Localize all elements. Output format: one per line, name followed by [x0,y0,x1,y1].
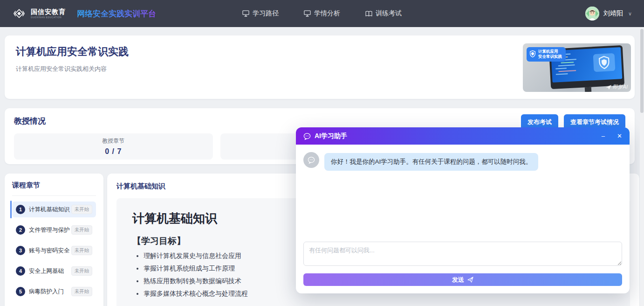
status-badge: 未开始 [71,225,93,235]
watermark-logo-icon [606,85,611,90]
nav-label: 学情分析 [314,9,340,18]
stat-taught-chapters: 教授章节 0 / 7 [14,133,213,160]
nav-label: 学习路径 [253,9,279,18]
chapter-name: 安全上网基础 [29,267,64,275]
chapter-number: 2 [16,225,25,235]
brand-subtitle: GUOXINAN EDUCATION [31,16,66,19]
ai-dialog-header[interactable]: AI学习助手 – ✕ [296,127,630,145]
chevron-down-icon: ∨ [628,11,632,17]
course-thumbnail: 计算机应用 安全常识实践 即梦AI [523,43,631,92]
chapter-name: 计算机基础知识 [29,206,70,214]
chapter-item-5[interactable]: 5 病毒防护入门 未开始 [12,284,96,299]
status-badge: 未开始 [71,266,93,276]
nav-training-exam[interactable]: 训练考试 [365,9,402,18]
status-badge: 未开始 [71,205,93,214]
status-badge: 未开始 [71,287,93,296]
course-banner-card: 计算机应用安全常识实践 计算机应用安全常识实践相关内容 [5,35,635,99]
scrollbar-thumb[interactable] [640,29,644,113]
user-menu[interactable]: 刘靖阳 ∨ [585,7,632,21]
chapter-name: 账号与密码安全 [29,247,70,255]
stat-label: 教授章节 [102,137,124,145]
nav-learning-analysis[interactable]: 学情分析 [304,9,340,18]
main-nav: 学习路径 学情分析 训练考试 [242,0,402,27]
avatar [585,7,599,21]
chat-message-area: 你好！我是你的AI学习助手。有任何关于课程的问题，都可以随时问我。 [296,145,630,242]
watermark: 即梦AI [606,83,628,90]
platform-title: 网络安全实践实训平台 [77,8,156,19]
presentation-icon [242,10,249,17]
ai-assistant-dialog: AI学习助手 – ✕ 你好！我是你的AI学习助手。有任何关于课程的问题，都可以随… [296,127,630,293]
close-button[interactable]: ✕ [617,133,622,139]
chapter-name: 文件管理与保护 [29,226,70,234]
top-header: 国信安教育 GUOXINAN EDUCATION 网络安全实践实训平台 学习路径… [0,0,644,27]
chapter-item-3[interactable]: 3 账号与密码安全 未开始 [12,243,96,258]
shield-icon [529,50,536,57]
presentation-icon [304,10,311,17]
chat-bubble-icon [308,156,315,164]
chapters-title: 课程章节 [12,181,96,196]
thumbnail-badge: 计算机应用 安全常识实践 [527,47,566,62]
nav-label: 训练考试 [376,9,402,18]
nav-learning-path[interactable]: 学习路径 [242,9,279,18]
minimize-button[interactable]: – [602,133,605,139]
brand-name: 国信安教育 [31,8,66,15]
chapter-item-2[interactable]: 2 文件管理与保护 未开始 [12,222,96,238]
chapter-name: 病毒防护入门 [29,288,64,296]
brand-logo-icon [12,7,26,21]
page-scrollbar[interactable] [640,27,644,306]
chapter-item-4[interactable]: 4 安全上网基础 未开始 [12,263,96,279]
chapter-number: 5 [16,287,25,296]
assistant-message: 你好！我是你的AI学习助手。有任何关于课程的问题，都可以随时问我。 [324,153,538,171]
ai-dialog-title: AI学习助手 [315,132,347,140]
stat-value: 0 / 7 [105,147,122,156]
send-button[interactable]: 发送 [303,273,622,286]
chapters-sidebar: 课程章节 1 计算机基础知识 未开始 2 文件管理与保护 未开始 3 账号与密码… [5,174,103,306]
chapter-item-1[interactable]: 1 计算机基础知识 未开始 [12,202,96,217]
assistant-avatar [303,152,319,168]
brand: 国信安教育 GUOXINAN EDUCATION 网络安全实践实训平台 [12,7,156,21]
shield-graphic [593,53,616,72]
book-icon [365,11,372,17]
status-badge: 未开始 [71,246,93,255]
send-label: 发送 [452,276,464,284]
paper-plane-icon [467,277,473,283]
chat-bubble-icon [303,132,311,140]
chapter-number: 4 [16,266,25,276]
chapter-number: 1 [16,205,25,214]
assistant-message-row: 你好！我是你的AI学习助手。有任何关于课程的问题，都可以随时问我。 [303,152,622,171]
user-name: 刘靖阳 [603,9,623,18]
chapter-item-6[interactable]: 6 windows系统安全常识 未开始 [12,304,96,306]
chat-input[interactable] [303,242,622,266]
chapter-number: 3 [16,246,25,255]
